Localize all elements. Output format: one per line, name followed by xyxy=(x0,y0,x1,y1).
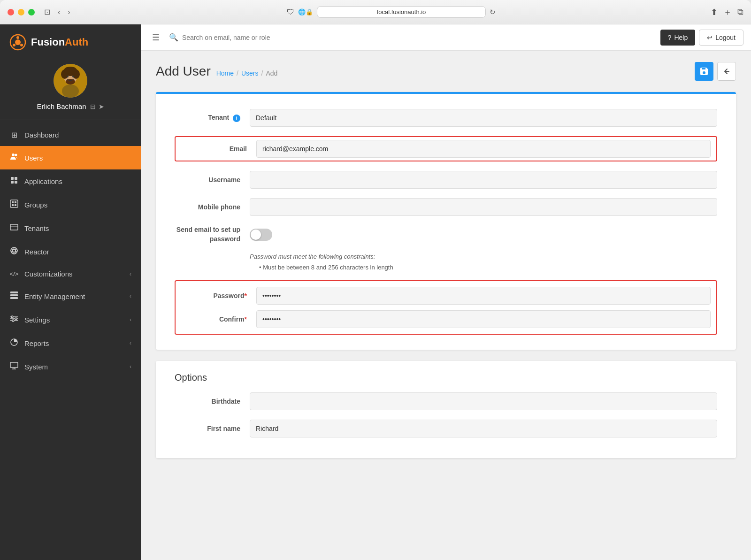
tenant-label: Tenant i xyxy=(175,114,250,122)
search-icon: 🔍 xyxy=(169,33,178,42)
menu-toggle-icon[interactable]: ☰ xyxy=(148,31,163,45)
birthdate-input[interactable] xyxy=(250,392,717,410)
user-settings-icon[interactable]: ⊟ xyxy=(90,103,96,110)
sidebar-item-groups[interactable]: Groups xyxy=(0,193,141,216)
back-nav-button[interactable]: ‹ xyxy=(56,6,62,18)
back-icon xyxy=(722,67,731,76)
help-icon: ? xyxy=(668,34,672,41)
close-button[interactable] xyxy=(8,9,14,15)
svg-point-15 xyxy=(72,76,74,77)
svg-rect-19 xyxy=(15,177,17,180)
password-label: Password* xyxy=(181,292,256,299)
breadcrumb-home[interactable]: Home xyxy=(216,69,234,77)
url-input[interactable]: local.fusionauth.io xyxy=(317,6,486,18)
svg-point-1 xyxy=(15,39,21,45)
first-name-label: First name xyxy=(175,425,250,432)
options-title: Options xyxy=(175,372,717,383)
entity-management-chevron-icon: ‹ xyxy=(130,293,131,299)
svg-point-6 xyxy=(62,84,79,98)
breadcrumb: Home / Users / Add xyxy=(216,69,278,77)
share-button[interactable]: ⬆ xyxy=(711,7,718,17)
refresh-icon[interactable]: ↻ xyxy=(490,8,496,16)
titlebar-right: ⬆ ＋ ⧉ xyxy=(711,7,743,18)
svg-point-2 xyxy=(16,36,19,39)
back-button[interactable] xyxy=(717,62,736,81)
page-content: Add User Home / Users / Add xyxy=(141,51,751,560)
svg-point-29 xyxy=(13,249,15,252)
breadcrumb-add: Add xyxy=(266,69,277,77)
tenant-info-icon[interactable]: i xyxy=(233,115,240,122)
save-icon xyxy=(700,67,708,76)
search-box: 🔍 xyxy=(169,33,655,42)
user-name: Erlich Bachman ⊟ ➤ xyxy=(37,102,104,110)
svg-rect-25 xyxy=(12,204,14,206)
sidebar-item-applications[interactable]: Applications xyxy=(0,169,141,193)
password-required-star: * xyxy=(245,292,247,299)
logout-button[interactable]: ↩ Logout xyxy=(699,30,743,46)
mobile-phone-input[interactable] xyxy=(250,198,717,216)
email-input[interactable] xyxy=(256,140,711,158)
mobile-phone-row: Mobile phone xyxy=(175,198,717,216)
svg-rect-33 xyxy=(10,292,18,293)
tab-overview-button[interactable]: ⧉ xyxy=(737,7,743,17)
sidebar-item-settings[interactable]: Settings ‹ xyxy=(0,308,141,331)
confirm-required-star: * xyxy=(245,315,247,323)
svg-point-16 xyxy=(12,153,15,156)
sidebar-item-customizations[interactable]: </> Customizations ‹ xyxy=(0,263,141,284)
address-bar: 🛡 🌐🔒 local.fusionauth.io ↻ xyxy=(72,6,711,18)
save-button[interactable] xyxy=(695,62,713,81)
settings-chevron-icon: ‹ xyxy=(130,316,131,323)
sidebar-item-users[interactable]: Users xyxy=(0,146,141,169)
sidebar-item-reactor[interactable]: Reactor xyxy=(0,240,141,263)
sidebar-item-reports[interactable]: Reports ‹ xyxy=(0,331,141,355)
forward-nav-button[interactable]: › xyxy=(66,6,72,18)
svg-point-4 xyxy=(13,44,15,46)
first-name-input[interactable] xyxy=(250,420,717,437)
shield-icon: 🛡 xyxy=(287,8,294,16)
system-icon xyxy=(9,361,19,372)
birthdate-label: Birthdate xyxy=(175,398,250,405)
maximize-button[interactable] xyxy=(28,9,35,15)
sidebar-toggle-button[interactable]: ⊡ xyxy=(42,6,52,18)
sidebar-item-dashboard[interactable]: ⊞ Dashboard xyxy=(0,124,141,146)
user-navigate-icon[interactable]: ➤ xyxy=(99,103,104,110)
users-icon xyxy=(9,153,19,163)
applications-icon xyxy=(9,176,19,186)
svg-point-30 xyxy=(11,247,17,254)
page-header: Add User Home / Users / Add xyxy=(156,62,736,81)
svg-rect-26 xyxy=(15,204,16,206)
password-input[interactable] xyxy=(256,287,711,305)
user-profile: Erlich Bachman ⊟ ➤ xyxy=(0,58,141,120)
new-tab-button[interactable]: ＋ xyxy=(723,7,732,18)
main-content: ☰ 🔍 ? Help ↩ Logout xyxy=(141,24,751,560)
top-bar: ☰ 🔍 ? Help ↩ Logout xyxy=(141,24,751,51)
traffic-lights xyxy=(8,9,35,15)
password-row: Password* xyxy=(181,287,711,305)
username-input[interactable] xyxy=(250,171,717,189)
confirm-row: Confirm* xyxy=(181,310,711,328)
svg-point-17 xyxy=(15,154,17,156)
titlebar-controls: ⊡ ‹ › xyxy=(42,6,72,18)
settings-icon xyxy=(9,315,19,325)
sidebar-item-tenants[interactable]: Tenants xyxy=(0,216,141,240)
send-email-toggle[interactable] xyxy=(250,229,272,241)
help-button[interactable]: ? Help xyxy=(660,30,696,46)
sidebar-item-system[interactable]: System ‹ xyxy=(0,355,141,378)
svg-rect-18 xyxy=(11,177,14,180)
search-input[interactable] xyxy=(182,34,655,41)
birthdate-row: Birthdate xyxy=(175,392,717,410)
svg-point-3 xyxy=(20,44,23,46)
groups-icon xyxy=(9,199,19,210)
sidebar-item-entity-management[interactable]: Entity Management ‹ xyxy=(0,284,141,308)
confirm-input[interactable] xyxy=(256,310,711,328)
svg-rect-43 xyxy=(10,362,18,368)
svg-rect-21 xyxy=(15,181,17,184)
minimize-button[interactable] xyxy=(18,9,24,15)
customizations-icon: </> xyxy=(9,270,19,277)
sidebar-logo: FusionAuth xyxy=(0,24,141,58)
breadcrumb-users[interactable]: Users xyxy=(241,69,259,77)
tenant-input[interactable] xyxy=(250,109,717,127)
sidebar-nav: ⊞ Dashboard Users xyxy=(0,120,141,382)
svg-rect-24 xyxy=(15,201,16,203)
svg-point-32 xyxy=(11,249,17,252)
